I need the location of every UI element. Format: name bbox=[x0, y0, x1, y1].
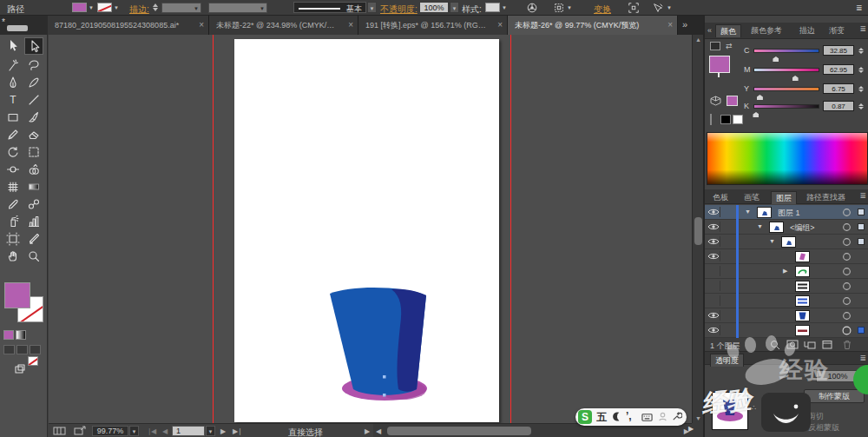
symbol-sprayer-tool[interactable] bbox=[3, 213, 23, 230]
slice-tool[interactable] bbox=[24, 230, 43, 248]
vertical-scrollbar[interactable]: ▲ ▼ bbox=[692, 35, 703, 423]
document-tab-2[interactable]: 未标题-22* @ 234.98% (CMYK/… × bbox=[209, 16, 358, 35]
stroke-link[interactable]: 描边: bbox=[129, 3, 149, 16]
next-artboard-button[interactable]: ▶ bbox=[220, 427, 226, 435]
slider-thumb[interactable] bbox=[757, 95, 763, 100]
target-circle-icon[interactable] bbox=[842, 237, 852, 247]
target-circle-icon[interactable] bbox=[842, 281, 852, 291]
layer-name[interactable]: <编组> bbox=[790, 222, 815, 234]
normal-screen-mode-button[interactable] bbox=[3, 345, 15, 354]
guide-line-left[interactable] bbox=[213, 35, 214, 423]
shape-builder-tool[interactable] bbox=[24, 161, 43, 178]
color-spectrum[interactable] bbox=[707, 132, 868, 185]
selection-indicator[interactable] bbox=[858, 209, 865, 215]
transform-link[interactable]: 变换 bbox=[594, 3, 611, 16]
magenta-value-field[interactable]: 62.95 bbox=[823, 64, 854, 75]
width-profile-dropdown[interactable]: ▼ bbox=[208, 3, 267, 13]
cyan-value-field[interactable]: 32.85 bbox=[823, 45, 854, 56]
artboard-number-field[interactable]: 1 bbox=[172, 426, 205, 436]
visibility-eye-icon[interactable] bbox=[707, 325, 720, 335]
black-value-field[interactable]: 0.87 bbox=[823, 101, 854, 111]
document-tab-1[interactable]: 87180_20190508195524308085.ai* × bbox=[48, 16, 209, 35]
zoom-dropdown-button[interactable]: ▼ bbox=[129, 426, 139, 436]
layer-row-8[interactable] bbox=[705, 308, 868, 323]
expand-arrow-icon[interactable]: ▼ bbox=[745, 209, 751, 215]
free-transform-tool[interactable] bbox=[24, 143, 43, 161]
pen-tool[interactable] bbox=[3, 74, 23, 91]
status-expand-icon[interactable]: ▶ bbox=[365, 427, 370, 435]
zoom-tool[interactable] bbox=[24, 248, 43, 265]
stroke-dropdown-caret[interactable]: ▼ bbox=[114, 5, 119, 10]
paintbrush-tool[interactable] bbox=[24, 109, 43, 126]
value-spinner[interactable] bbox=[858, 47, 864, 56]
ime-fullhalf-moon-icon[interactable] bbox=[612, 411, 623, 425]
clip-checkbox[interactable] bbox=[797, 412, 804, 419]
stroke-weight-stepper[interactable] bbox=[152, 3, 159, 13]
selection-indicator[interactable] bbox=[858, 327, 865, 334]
tab-transparency[interactable]: 透明度 bbox=[710, 354, 744, 367]
artboard[interactable] bbox=[234, 39, 499, 422]
fill-color-swatch[interactable] bbox=[72, 3, 87, 12]
eraser-tool[interactable] bbox=[24, 126, 43, 143]
selection-tool[interactable] bbox=[3, 37, 23, 55]
white-swatch[interactable] bbox=[733, 115, 743, 124]
visibility-eye-icon[interactable] bbox=[707, 207, 720, 217]
layer-thumbnail[interactable] bbox=[769, 222, 784, 233]
yellow-value-field[interactable]: 6.75 bbox=[823, 83, 854, 94]
style-dropdown-caret[interactable]: ▼ bbox=[502, 5, 507, 10]
gradient-tool[interactable] bbox=[24, 178, 43, 195]
line-segment-tool[interactable] bbox=[24, 91, 43, 109]
fill-color-control[interactable] bbox=[4, 282, 30, 308]
transparency-opacity-field[interactable]: 100% bbox=[816, 370, 859, 382]
layer-row-9[interactable] bbox=[705, 323, 868, 338]
yellow-slider-track[interactable] bbox=[753, 87, 819, 91]
tab-layers[interactable]: 图层 bbox=[771, 191, 797, 204]
gradient-button[interactable] bbox=[16, 330, 26, 340]
expand-arrow-icon[interactable]: ▼ bbox=[769, 238, 775, 244]
tab-stroke[interactable]: 描边 bbox=[795, 24, 819, 37]
canvas-area[interactable] bbox=[49, 35, 692, 423]
sogou-ime-bar[interactable]: S 五 ’, bbox=[575, 408, 687, 426]
expand-arrow-icon[interactable]: ▶ bbox=[783, 268, 787, 275]
black-swatch[interactable] bbox=[720, 115, 731, 124]
guide-line-right[interactable] bbox=[510, 35, 511, 423]
magic-wand-tool[interactable] bbox=[3, 56, 23, 74]
rotate-tool[interactable] bbox=[3, 143, 23, 161]
ime-punctuation-toggle[interactable]: ’, bbox=[626, 410, 632, 422]
lasso-tool[interactable] bbox=[24, 56, 43, 74]
layer-thumbnail[interactable] bbox=[795, 295, 810, 307]
ime-keyboard-icon[interactable] bbox=[641, 412, 653, 426]
selection-indicator[interactable] bbox=[858, 223, 865, 230]
ime-mode-wubi[interactable]: 五 bbox=[596, 410, 607, 425]
last-artboard-button[interactable]: ▶∣ bbox=[233, 427, 241, 435]
tab-color-guide[interactable]: 颜色参考 bbox=[746, 24, 786, 37]
visibility-eye-icon[interactable] bbox=[707, 236, 720, 247]
target-circle-icon[interactable] bbox=[842, 208, 852, 217]
rectangle-tool[interactable] bbox=[3, 109, 23, 126]
visibility-toggle-empty[interactable] bbox=[707, 281, 720, 291]
brush-dropdown-button[interactable]: ▼ bbox=[367, 2, 377, 13]
select-similar-objects-icon[interactable] bbox=[651, 2, 665, 14]
layer-thumbnail[interactable] bbox=[795, 325, 810, 336]
opacity-dropdown-button[interactable]: ▼ bbox=[450, 2, 459, 13]
target-circle-icon[interactable] bbox=[842, 267, 852, 276]
make-mask-button[interactable]: 制作蒙版 bbox=[804, 389, 865, 403]
close-icon[interactable]: × bbox=[497, 16, 503, 35]
new-layer-icon[interactable] bbox=[820, 339, 834, 350]
recolor-artwork-icon[interactable] bbox=[525, 2, 539, 14]
column-graph-tool[interactable] bbox=[24, 213, 43, 230]
brush-definition-field[interactable]: 基本 bbox=[293, 2, 366, 13]
target-circle-icon[interactable] bbox=[842, 311, 852, 321]
locate-object-icon[interactable] bbox=[768, 339, 782, 350]
cyan-slider-track[interactable] bbox=[753, 49, 819, 53]
artboard-tool[interactable] bbox=[3, 230, 23, 248]
fullscreen-menu-mode-button[interactable] bbox=[16, 345, 28, 354]
layer-row-1[interactable]: ▼ 图层 1 bbox=[705, 205, 868, 220]
layer-thumbnail[interactable] bbox=[795, 266, 810, 277]
pencil-tool[interactable] bbox=[3, 126, 23, 143]
blob-brush-tool[interactable] bbox=[24, 74, 43, 91]
artwork-cup[interactable] bbox=[234, 39, 499, 422]
new-sublayer-icon[interactable] bbox=[803, 339, 817, 350]
target-circle-icon[interactable] bbox=[842, 296, 852, 306]
visibility-eye-icon[interactable] bbox=[707, 310, 720, 321]
